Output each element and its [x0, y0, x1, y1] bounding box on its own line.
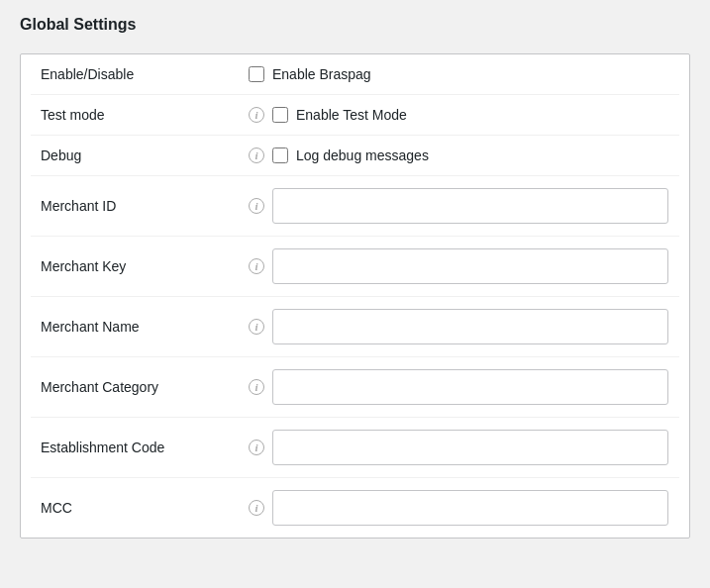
label-text-enable-disable: Enable/Disable — [41, 66, 134, 82]
page-title: Global Settings — [20, 16, 690, 34]
checkbox-label-test-mode: Enable Test Mode — [296, 107, 407, 123]
content-test-mode: iEnable Test Mode — [249, 107, 679, 123]
label-text-debug: Debug — [41, 147, 81, 163]
help-icon-merchant-key[interactable]: i — [249, 258, 264, 274]
input-mcc[interactable] — [272, 490, 668, 526]
label-text-test-mode: Test mode — [41, 107, 105, 123]
settings-section: Enable/DisableEnable BraspagTest modeiEn… — [20, 53, 690, 539]
checkbox-test-mode[interactable] — [272, 107, 288, 123]
label-enable-disable: Enable/Disable — [31, 66, 249, 82]
page-wrapper: Global Settings Enable/DisableEnable Bra… — [0, 0, 710, 554]
checkbox-debug[interactable] — [272, 147, 288, 163]
label-mcc: MCC — [31, 500, 249, 516]
label-establishment-code: Establishment Code — [31, 440, 249, 455]
help-icon-mcc[interactable]: i — [249, 500, 264, 516]
settings-row-establishment-code: Establishment Codei — [31, 418, 679, 478]
settings-row-merchant-name: Merchant Namei — [31, 297, 679, 357]
label-merchant-id: Merchant ID — [31, 198, 249, 214]
content-establishment-code: i — [249, 430, 679, 465]
input-merchant-category[interactable] — [272, 369, 668, 405]
help-icon-merchant-category[interactable]: i — [249, 379, 264, 395]
content-debug: iLog debug messages — [249, 147, 679, 163]
label-debug: Debug — [31, 147, 249, 163]
settings-row-test-mode: Test modeiEnable Test Mode — [31, 95, 679, 136]
label-text-merchant-category: Merchant Category — [41, 379, 158, 395]
input-establishment-code[interactable] — [272, 430, 668, 465]
settings-row-mcc: MCCi — [31, 478, 679, 538]
help-icon-test-mode[interactable]: i — [249, 107, 264, 123]
label-text-merchant-key: Merchant Key — [41, 258, 126, 274]
checkbox-wrapper-test-mode: Enable Test Mode — [272, 107, 407, 123]
help-icon-merchant-name[interactable]: i — [249, 319, 264, 335]
content-merchant-name: i — [249, 309, 679, 344]
input-merchant-name[interactable] — [272, 309, 668, 344]
settings-row-merchant-id: Merchant IDi — [31, 176, 679, 237]
input-merchant-key[interactable] — [272, 248, 668, 284]
content-merchant-category: i — [249, 369, 679, 405]
settings-row-debug: DebugiLog debug messages — [31, 136, 679, 176]
checkbox-wrapper-debug: Log debug messages — [272, 147, 429, 163]
content-mcc: i — [249, 490, 679, 526]
label-text-mcc: MCC — [41, 500, 72, 516]
settings-row-merchant-category: Merchant Categoryi — [31, 357, 679, 418]
help-icon-debug[interactable]: i — [249, 147, 264, 163]
label-merchant-key: Merchant Key — [31, 258, 249, 274]
label-merchant-name: Merchant Name — [31, 319, 249, 335]
content-enable-disable: Enable Braspag — [249, 66, 679, 82]
checkbox-label-enable-disable: Enable Braspag — [272, 66, 371, 82]
checkbox-wrapper-enable-disable: Enable Braspag — [249, 66, 371, 82]
help-icon-merchant-id[interactable]: i — [249, 198, 264, 214]
input-merchant-id[interactable] — [272, 188, 668, 224]
label-merchant-category: Merchant Category — [31, 379, 249, 395]
label-test-mode: Test mode — [31, 107, 249, 123]
settings-row-enable-disable: Enable/DisableEnable Braspag — [31, 54, 679, 95]
content-merchant-id: i — [249, 188, 679, 224]
label-text-merchant-name: Merchant Name — [41, 319, 140, 335]
settings-row-merchant-key: Merchant Keyi — [31, 237, 679, 297]
content-merchant-key: i — [249, 248, 679, 284]
label-text-merchant-id: Merchant ID — [41, 198, 116, 214]
checkbox-enable-disable[interactable] — [249, 66, 264, 82]
help-icon-establishment-code[interactable]: i — [249, 440, 264, 455]
label-text-establishment-code: Establishment Code — [41, 440, 164, 455]
checkbox-label-debug: Log debug messages — [296, 147, 429, 163]
